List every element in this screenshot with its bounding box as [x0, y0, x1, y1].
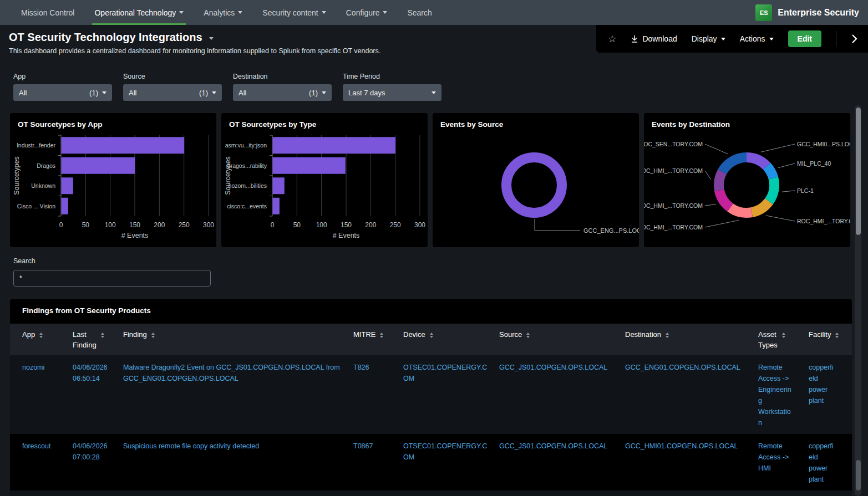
column-header-finding[interactable]: Finding — [123, 324, 353, 355]
column-header-label: Last Finding — [73, 330, 97, 351]
table-cell[interactable]: Remote Access -> Engineering Workstation — [758, 355, 809, 434]
table-cell[interactable]: OTSEC01.COPENERGY.COM — [403, 490, 499, 496]
bar-segment[interactable] — [62, 198, 68, 214]
table-cell[interactable]: GCC_ENG01.COPGEN.OPS.LOCAL — [625, 355, 758, 434]
column-header-device[interactable]: Device — [403, 324, 499, 355]
table-row: forescout04/06/2026 07:00:28Suspicious r… — [10, 434, 852, 490]
column-header-facility[interactable]: Facility — [809, 324, 845, 355]
bar-segment[interactable] — [273, 198, 280, 214]
sort-icon[interactable] — [835, 333, 839, 338]
donut-segment[interactable] — [506, 157, 562, 213]
table-cell[interactable]: Remote Access -> HMI — [758, 434, 809, 490]
table-scrollbar-thumb[interactable] — [856, 460, 861, 490]
search-section: Search — [13, 257, 868, 287]
table-cell[interactable]: copperfield power plant — [809, 355, 845, 434]
column-header-label: MITRE — [353, 330, 375, 340]
source-filter-dropdown[interactable]: All (1) — [123, 84, 222, 101]
column-header-app[interactable]: App — [22, 324, 73, 355]
nav-item-mission-control[interactable]: Mission Control — [11, 0, 84, 25]
chevron-down-icon — [769, 38, 774, 40]
table-cell[interactable]: ROC_ENG_WS_10.MFACTORY.COM — [499, 490, 625, 496]
page-scrollbar-track[interactable] — [855, 105, 861, 496]
table-cell[interactable]: Engineering Workstation — [758, 490, 809, 496]
title-chevron-down-icon[interactable] — [209, 37, 214, 40]
sort-icon[interactable] — [666, 333, 669, 338]
bar-segment[interactable] — [62, 177, 73, 194]
svg-text:50: 50 — [293, 221, 301, 229]
nav-item-operational-technology[interactable]: Operational Technology — [84, 0, 194, 25]
favorite-star-icon[interactable]: ☆ — [608, 33, 616, 45]
svg-text:Dragos: Dragos — [37, 162, 55, 169]
table-cell[interactable]: Program Download to PLC over CIP Event o… — [123, 490, 353, 496]
bar-segment[interactable] — [273, 177, 285, 194]
table-cell[interactable]: 04/06/2026 07:00:14 — [73, 490, 123, 496]
table-cell[interactable]: PLC-1 — [625, 490, 758, 496]
column-header-asset-types[interactable]: Asset Types — [758, 324, 809, 355]
column-header-destination[interactable]: Destination — [625, 324, 758, 355]
download-button[interactable]: Download — [631, 34, 677, 43]
nav-item-analytics[interactable]: Analytics — [194, 0, 252, 25]
table-cell[interactable]: Suspicious remote file copy activity det… — [123, 434, 353, 490]
edit-button[interactable]: Edit — [788, 30, 821, 47]
sort-icon[interactable] — [101, 333, 104, 338]
nav-item-search[interactable]: Search — [397, 0, 441, 25]
table-cell[interactable]: Dragos — [22, 490, 73, 496]
top-nav: Mission Control Operational Technology A… — [0, 0, 868, 25]
bar-segment[interactable] — [62, 157, 135, 174]
filter-source: Source All (1) — [123, 73, 222, 101]
column-header-mitre[interactable]: MITRE — [353, 324, 403, 355]
table-cell[interactable]: GCC_JS01.COPGEN.OPS.LOCAL — [499, 434, 625, 490]
sort-icon[interactable] — [782, 333, 785, 338]
bar-segment[interactable] — [62, 137, 185, 154]
findings-panel: Findings from OT Security Products AppLa… — [10, 299, 852, 496]
app-filter-dropdown[interactable]: All (1) — [13, 84, 112, 101]
sort-icon[interactable] — [380, 333, 383, 338]
svg-text:# Events: # Events — [333, 232, 360, 239]
time-period-dropdown[interactable]: Last 7 days — [343, 84, 441, 101]
column-header-source[interactable]: Source — [499, 324, 625, 355]
table-cell[interactable]: Malware Dragonfly2 Event on GCC_JS01.COP… — [123, 355, 353, 434]
page-scrollbar-thumb[interactable] — [856, 108, 861, 235]
table-cell[interactable]: mil_fac — [809, 490, 845, 496]
sort-icon[interactable] — [151, 333, 155, 338]
expand-panel-chevron-right-icon[interactable] — [851, 33, 860, 44]
page-title: OT Security Technology Integrations — [9, 31, 202, 44]
table-cell[interactable]: 04/06/2026 07:00:28 — [73, 434, 123, 490]
app-brand: ES Enterprise Security — [755, 0, 868, 25]
table-cell[interactable]: T845 — [353, 490, 403, 496]
table-cell[interactable]: nozomi — [22, 355, 73, 434]
table-cell[interactable]: 04/06/2026 06:50:14 — [73, 355, 123, 434]
nav-item-configure[interactable]: Configure — [336, 0, 398, 25]
sort-icon[interactable] — [526, 333, 530, 338]
destination-filter-dropdown[interactable]: All (1) — [233, 84, 332, 101]
bar-segment[interactable] — [273, 157, 346, 174]
table-cell[interactable]: GCC_HMI01.COPGEN.OPS.LOCAL — [625, 434, 758, 490]
filter-label: App — [13, 73, 112, 80]
sort-icon[interactable] — [39, 333, 43, 338]
donut-segment[interactable] — [718, 152, 747, 174]
svg-text:nozom...bilities: nozom...bilities — [229, 182, 267, 189]
chart-panel-row: OT Sourcetypes by App 050100150200250300… — [10, 113, 868, 247]
search-input[interactable] — [13, 270, 211, 287]
svg-text:100: 100 — [316, 221, 327, 229]
column-header-last-finding[interactable]: Last Finding — [73, 324, 123, 355]
table-cell[interactable]: OTSEC01.COPENERGY.COM — [403, 355, 499, 434]
svg-text:150: 150 — [129, 221, 140, 229]
table-cell[interactable]: GCC_JS01.COPGEN.OPS.LOCAL — [499, 355, 625, 434]
svg-text:ROC_HMI_...TORY.COM: ROC_HMI_...TORY.COM — [644, 167, 703, 174]
table-cell[interactable]: T0867 — [353, 434, 403, 490]
table-cell[interactable]: T826 — [353, 355, 403, 434]
sort-icon[interactable] — [430, 333, 433, 338]
table-cell[interactable]: copperfield power plant — [809, 434, 845, 490]
nav-item-security-content[interactable]: Security content — [252, 0, 336, 25]
chevron-down-icon — [322, 91, 326, 94]
actions-menu-button[interactable]: Actions — [740, 34, 774, 43]
panel-title: Events by Source — [433, 113, 639, 132]
bar-segment[interactable] — [273, 137, 396, 154]
svg-text:200: 200 — [154, 221, 165, 229]
table-cell[interactable]: OTSEC01.COPENERGY.COM — [403, 434, 499, 490]
enterprise-security-logo: ES — [755, 4, 772, 21]
dashboard-header: OT Security Technology Integrations This… — [0, 25, 868, 57]
table-cell[interactable]: forescout — [22, 434, 73, 490]
display-menu-button[interactable]: Display — [692, 34, 725, 43]
